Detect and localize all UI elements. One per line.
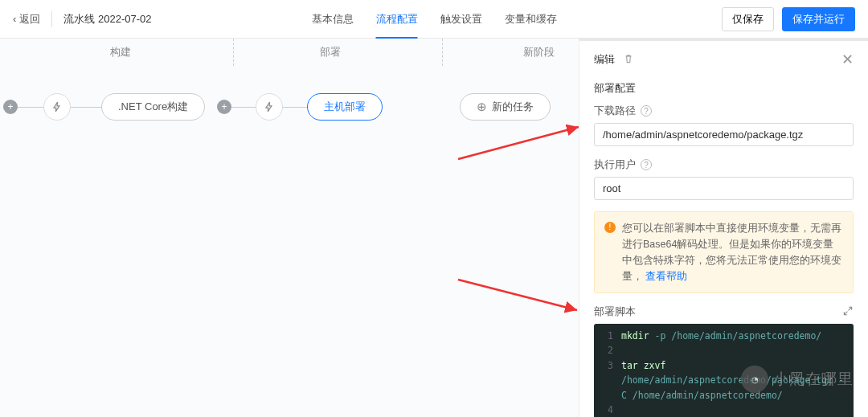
tab-vars-cache[interactable]: 变量和缓存	[505, 0, 557, 39]
download-path-input[interactable]	[594, 123, 854, 146]
add-new-task-button[interactable]: ⊕ 新的任务	[460, 93, 551, 121]
task-host-deploy[interactable]: 主机部署	[307, 93, 383, 121]
trash-icon	[623, 53, 634, 64]
svg-line-1	[458, 280, 577, 310]
download-path-label: 下载路径	[594, 104, 636, 118]
build-trigger-node[interactable]	[43, 93, 71, 121]
back-button[interactable]: ‹ 返回	[13, 12, 40, 27]
panel-title: 编辑	[594, 52, 615, 67]
add-before-build-button[interactable]: +	[3, 100, 18, 114]
close-panel-button[interactable]: ✕	[841, 51, 854, 68]
exec-user-input[interactable]	[594, 177, 854, 200]
annotation-arrow	[450, 119, 587, 167]
expand-icon	[842, 305, 854, 317]
watermark: ◔ 小黑在哪里	[741, 366, 854, 393]
tab-flow-config[interactable]: 流程配置	[376, 0, 418, 39]
plus-icon: ⊕	[477, 100, 487, 114]
expand-editor-button[interactable]	[842, 305, 854, 319]
exec-user-label: 执行用户	[594, 157, 636, 172]
tab-basic-info[interactable]: 基本信息	[312, 0, 354, 39]
script-label: 部署脚本	[594, 305, 636, 319]
section-deploy-config: 部署配置	[579, 78, 868, 104]
help-icon[interactable]: ?	[641, 159, 652, 170]
add-before-deploy-button[interactable]: +	[217, 100, 231, 114]
page-title: 流水线 2022-07-02	[63, 12, 151, 27]
separator	[51, 11, 52, 27]
save-and-run-button[interactable]: 保存并运行	[782, 7, 855, 31]
avatar-icon: ◔	[741, 366, 768, 393]
lightning-icon	[51, 101, 63, 112]
task-netcore-build[interactable]: .NET Core构建	[101, 93, 205, 121]
stage-deploy-header: 部署	[233, 39, 426, 66]
help-link[interactable]: 查看帮助	[645, 271, 687, 282]
stage-build-header: 构建	[24, 39, 217, 66]
delete-task-button[interactable]	[623, 53, 634, 67]
svg-line-0	[458, 127, 579, 159]
env-var-alert: ! 您可以在部署脚本中直接使用环境变量，无需再进行Base64解码处理。但是如果…	[594, 211, 854, 293]
tab-trigger-settings[interactable]: 触发设置	[440, 0, 482, 39]
chevron-left-icon: ‹	[13, 13, 16, 25]
lightning-icon	[264, 101, 275, 112]
info-icon: !	[604, 222, 616, 233]
save-only-button[interactable]: 仅保存	[722, 7, 774, 31]
annotation-arrow	[450, 272, 587, 320]
back-label: 返回	[19, 12, 40, 27]
deploy-trigger-node[interactable]	[256, 93, 283, 121]
help-icon[interactable]: ?	[641, 105, 652, 117]
